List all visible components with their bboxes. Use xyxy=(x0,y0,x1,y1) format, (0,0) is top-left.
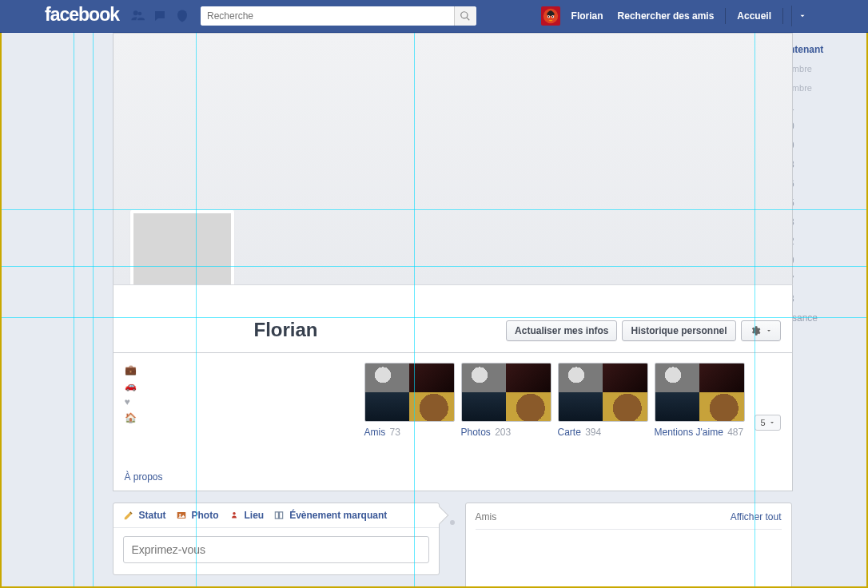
tile-count: 394 xyxy=(583,427,601,438)
composer-pointer xyxy=(430,507,448,525)
search-field xyxy=(201,6,476,26)
about-info-icons: 💼 🚗 ♥ 🏠 xyxy=(125,363,358,423)
about-link[interactable]: À propos xyxy=(125,471,358,483)
composer-tab-status[interactable]: Statut xyxy=(123,510,166,521)
more-tiles-count: 5 xyxy=(760,418,765,427)
book-icon xyxy=(273,510,285,521)
tile-label[interactable]: Photos xyxy=(461,427,491,438)
tile-label[interactable]: Amis xyxy=(364,427,386,438)
svg-point-4 xyxy=(551,16,553,18)
profile-tile[interactable]: Amis 73 xyxy=(364,363,455,438)
profile-tile[interactable]: Mentions J'aime 487 xyxy=(655,363,745,438)
account-dropdown[interactable] xyxy=(791,6,812,26)
timeline-divider-dot xyxy=(448,518,456,526)
tile-label[interactable]: Mentions J'aime xyxy=(655,427,723,438)
more-tiles-dropdown[interactable]: 5 xyxy=(755,415,780,431)
settings-gear-button[interactable] xyxy=(741,320,781,341)
separator xyxy=(725,8,726,24)
work-icon: 💼 xyxy=(125,364,358,375)
friends-panel: Amis Afficher tout xyxy=(465,503,792,588)
car-icon: 🚗 xyxy=(125,380,358,391)
tile-thumbnail xyxy=(558,363,648,422)
home-link[interactable]: Accueil xyxy=(734,10,774,22)
composer-tab-label: Statut xyxy=(139,510,166,521)
top-bar: facebook Florian Rechercher des amis xyxy=(0,0,868,33)
messages-icon[interactable] xyxy=(151,7,169,25)
composer-tab-place[interactable]: Lieu xyxy=(229,510,265,521)
search-button[interactable] xyxy=(454,6,476,26)
profile-tile[interactable]: Photos 203 xyxy=(461,363,551,438)
svg-point-7 xyxy=(233,512,236,515)
pin-person-icon xyxy=(229,510,240,521)
tile-count: 487 xyxy=(725,427,743,438)
search-input[interactable] xyxy=(201,6,454,26)
tile-label[interactable]: Carte xyxy=(558,427,581,438)
home-icon: 🏠 xyxy=(125,412,358,423)
tile-thumbnail xyxy=(364,363,455,422)
heart-icon: ♥ xyxy=(125,396,358,407)
separator xyxy=(782,8,783,24)
profile-name: Florian xyxy=(254,319,507,341)
cover-area: Florian Actualiser mes infos Historique … xyxy=(113,33,793,353)
tile-thumbnail xyxy=(655,363,745,422)
svg-point-6 xyxy=(179,514,181,515)
friends-show-all-link[interactable]: Afficher tout xyxy=(731,511,782,522)
composer-tab-label: Lieu xyxy=(245,510,265,521)
update-info-button[interactable]: Actualiser mes infos xyxy=(506,320,617,341)
avatar[interactable] xyxy=(541,6,560,26)
facebook-logo[interactable]: facebook xyxy=(45,4,127,29)
profile-tile[interactable]: Carte 394 xyxy=(558,363,648,438)
tile-count: 203 xyxy=(492,427,511,438)
composer-tab-label: Photo xyxy=(192,510,219,521)
status-input[interactable] xyxy=(123,536,429,563)
profile-link[interactable]: Florian xyxy=(568,10,607,22)
pencil-icon xyxy=(123,510,134,521)
tile-thumbnail xyxy=(461,363,551,422)
composer-tab-life-event[interactable]: Évènement marquant xyxy=(273,510,387,521)
notifications-icon[interactable] xyxy=(173,7,191,25)
find-friends-link[interactable]: Rechercher des amis xyxy=(615,10,718,22)
svg-point-3 xyxy=(547,16,549,18)
tile-count: 73 xyxy=(387,427,400,438)
activity-log-button[interactable]: Historique personnel xyxy=(622,320,735,341)
profile-tiles-row: 💼 🚗 ♥ 🏠 À propos Amis 73 Photos 203 Cart… xyxy=(113,353,793,491)
friend-requests-icon[interactable] xyxy=(129,7,146,25)
status-composer: Statut Photo Lieu Évènement marquan xyxy=(113,503,440,575)
composer-tab-photo[interactable]: Photo xyxy=(176,510,219,521)
composer-tab-label: Évènement marquant xyxy=(289,510,387,521)
friends-panel-title: Amis xyxy=(476,511,497,522)
photo-icon xyxy=(176,510,187,521)
